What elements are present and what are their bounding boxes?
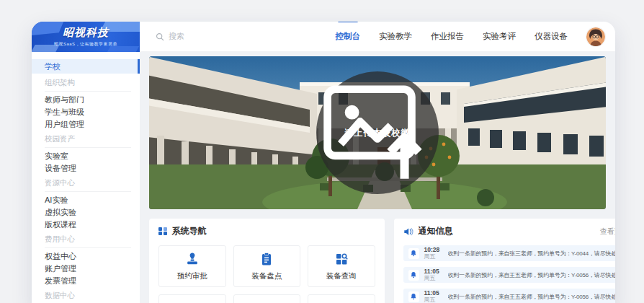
nav-card[interactable]: [233, 294, 301, 303]
sidebar-section-organization: 组织架构: [45, 78, 131, 92]
notice-text: 收到一条新的预约，来自王五老师，预约单号为：Y-0056，请尽快处理。: [448, 293, 616, 301]
notifications-header: 通知信息 查看更多>: [403, 225, 616, 237]
notice-item[interactable]: 10:28 周五 收到一条新的预约，来自张三老师，预约单号为：Y-0044，请尽…: [403, 245, 616, 261]
system-nav-panel: 系统导航 预约审批: [149, 219, 385, 303]
system-nav-header: 系统导航: [158, 225, 375, 237]
notice-time: 10:28 周五: [424, 247, 443, 260]
sidebar-item-virtual-experiment[interactable]: 虚拟实验: [32, 206, 140, 218]
body-row: 学校 组织架构 教师与部门 学生与班级 用户组管理 校园资产 实验室 设备管理 …: [32, 52, 615, 303]
nav-card-approval[interactable]: 预约审批: [158, 245, 226, 287]
nav-card-label: 装备盘点: [251, 271, 282, 281]
sidebar-item-students-classes[interactable]: 学生与班级: [32, 106, 140, 118]
search-input[interactable]: 搜索: [156, 31, 271, 42]
notice-text: 收到一条新的预约，来自张三老师，预约单号为：Y-0044，请尽快处理。: [448, 250, 616, 258]
sidebar-item-ai-experiment[interactable]: AI实验: [32, 194, 140, 206]
hero-banner: 请上传本校校徽: [149, 56, 606, 209]
tab-label: 实验考评: [483, 32, 516, 40]
sidebar-section-resource-center: 资源中心: [45, 178, 131, 192]
sidebar-section-data-center: 数据中心: [45, 291, 131, 303]
nav-cards-row1: 预约审批 装备盘点: [158, 245, 375, 287]
tab-label: 实验教学: [379, 32, 412, 40]
notice-item[interactable]: 11:05 周五 收到一条新的预约，来自王五老师，预约单号为：Y-0056，请尽…: [403, 267, 616, 283]
desktop-background: 昭视科技 昭视SaaS，让实验教学更简单 搜索 控制台 实验教学 作业报告 实验…: [0, 0, 644, 303]
notifications-panel: 通知信息 查看更多> 10:28 周五: [394, 219, 616, 303]
header-main: 搜索 控制台 实验教学 作业报告 实验考评 仪器设备: [140, 22, 615, 52]
tab-experiment-assessment[interactable]: 实验考评: [483, 31, 516, 42]
top-header: 昭视科技 昭视SaaS，让实验教学更简单 搜索 控制台 实验教学 作业报告 实验…: [32, 22, 615, 52]
panel-title: 通知信息: [419, 225, 453, 237]
tab-console[interactable]: 控制台: [336, 31, 361, 42]
sidebar-item-account-management[interactable]: 账户管理: [32, 263, 140, 274]
speaker-icon: [403, 227, 413, 237]
nav-cards-row2: [158, 294, 375, 303]
sidebar-item-laboratory[interactable]: 实验室: [32, 150, 140, 162]
view-more-link[interactable]: 查看更多>: [600, 227, 615, 237]
notice-time: 11:05 周五: [424, 290, 443, 303]
search-placeholder: 搜索: [169, 31, 184, 42]
nav-card-query[interactable]: 装备查询: [308, 245, 375, 287]
notice-text: 收到一条新的预约，来自王五老师，预约单号为：Y-0056，请尽快处理。: [448, 271, 616, 279]
user-avatar[interactable]: [586, 27, 605, 46]
brand-title: 昭视科技: [63, 26, 109, 40]
upload-school-badge-button[interactable]: 请上传本校校徽: [316, 71, 439, 194]
panel-title: 系统导航: [172, 225, 207, 237]
bell-icon: [408, 270, 419, 281]
sidebar-item-school[interactable]: 学校: [32, 59, 140, 74]
clipboard-icon: [259, 251, 274, 267]
tab-homework-report[interactable]: 作业报告: [431, 31, 464, 42]
nav-card[interactable]: [308, 294, 375, 303]
notice-list: 10:28 周五 收到一条新的预约，来自张三老师，预约单号为：Y-0044，请尽…: [403, 245, 616, 303]
logo-decoration: [32, 22, 67, 37]
stamp-icon: [184, 251, 200, 267]
bell-icon: [408, 248, 419, 259]
nav-card-label: 装备查询: [326, 271, 357, 281]
brand-logo[interactable]: 昭视科技 昭视SaaS，让实验教学更简单: [32, 22, 140, 52]
primary-nav: 控制台 实验教学 作业报告 实验考评 仪器设备: [336, 31, 568, 42]
nav-card-inventory[interactable]: 装备盘点: [233, 245, 301, 287]
sidebar-item-invoice-management[interactable]: 发票管理: [32, 275, 140, 286]
bottom-panels: 系统导航 预约审批: [149, 219, 606, 303]
nav-card[interactable]: [158, 294, 226, 303]
brand-tagline: 昭视SaaS，让实验教学更简单: [54, 41, 117, 48]
tab-label: 仪器设备: [535, 32, 568, 40]
upload-image-icon: [316, 71, 439, 194]
notice-item[interactable]: 11:05 周五 收到一条新的预约，来自王五老师，预约单号为：Y-0056，请尽…: [403, 289, 616, 303]
nav-card-label: 预约审批: [177, 271, 207, 281]
grid-search-icon: [334, 251, 349, 267]
sidebar-item-device-management[interactable]: 设备管理: [32, 162, 140, 174]
app-window: 昭视科技 昭视SaaS，让实验教学更简单 搜索 控制台 实验教学 作业报告 实验…: [32, 22, 615, 303]
sidebar-section-billing-center: 费用中心: [45, 234, 131, 248]
sidebar-item-user-groups[interactable]: 用户组管理: [32, 118, 140, 130]
sidebar-section-campus-assets: 校园资产: [45, 134, 131, 148]
tab-label: 控制台: [336, 32, 361, 40]
search-icon: [156, 32, 164, 41]
sidebar: 学校 组织架构 教师与部门 学生与班级 用户组管理 校园资产 实验室 设备管理 …: [32, 52, 140, 303]
tab-label: 作业报告: [431, 32, 464, 40]
bell-icon: [408, 291, 419, 302]
main-content: 请上传本校校徽 系统导航: [140, 52, 615, 303]
tab-experiment-teaching[interactable]: 实验教学: [379, 31, 412, 42]
sidebar-item-teachers-departments[interactable]: 教师与部门: [32, 94, 140, 105]
grid-icon: [158, 227, 167, 236]
tab-instruments[interactable]: 仪器设备: [535, 31, 568, 42]
avatar-image: [586, 27, 605, 46]
sidebar-item-licensed-courses[interactable]: 版权课程: [32, 219, 140, 230]
notice-time: 11:05 周五: [424, 268, 443, 282]
sidebar-item-benefits-center[interactable]: 权益中心: [32, 250, 140, 262]
